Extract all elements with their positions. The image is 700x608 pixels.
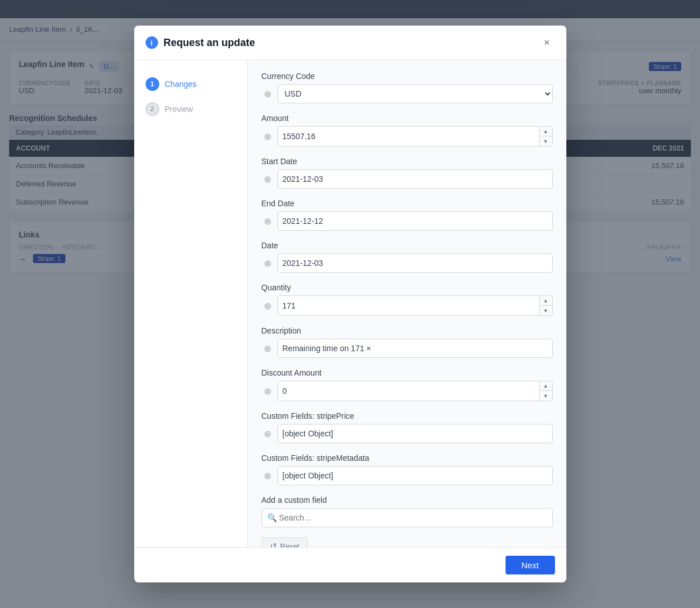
custom-stripe-price-input[interactable] [277, 424, 553, 443]
custom-stripe-metadata-clear-button[interactable]: ⊗ [262, 469, 274, 482]
date-row: ⊗ [262, 253, 553, 273]
modal-title: Request an update [164, 37, 539, 49]
end-date-row: ⊗ [262, 211, 553, 231]
currency-code-label: Currency Code [262, 72, 553, 81]
end-date-clear-button[interactable]: ⊗ [262, 215, 274, 227]
step-1-label: Changes [165, 80, 197, 89]
end-date-input[interactable] [277, 211, 553, 231]
modal-overlay: i Request an update × 1 Changes 2 Pr [0, 0, 700, 608]
start-date-label: Start Date [262, 157, 553, 166]
add-custom-field-group: Add a custom field 🔍 [262, 495, 553, 527]
modal-close-button[interactable]: × [539, 35, 555, 51]
description-row: ⊗ [262, 339, 553, 358]
date-clear-button[interactable]: ⊗ [262, 257, 274, 269]
amount-input[interactable] [278, 127, 539, 146]
currency-code-row: ⊗ USD EUR GBP [262, 84, 553, 103]
amount-spinner-wrapper: ▲ ▼ [277, 126, 553, 147]
amount-field: Amount ⊗ ▲ ▼ [262, 114, 553, 147]
reset-icon: ↺ [270, 542, 277, 547]
step-2-label: Preview [165, 105, 193, 114]
modal-icon: i [146, 36, 158, 49]
start-date-row: ⊗ [262, 169, 553, 189]
custom-stripe-price-row: ⊗ [262, 424, 553, 443]
date-input[interactable] [277, 253, 553, 273]
modal-footer: Next [134, 547, 566, 582]
search-wrapper: 🔍 [262, 508, 553, 527]
quantity-clear-button[interactable]: ⊗ [262, 299, 274, 312]
quantity-spinner-wrapper: ▲ ▼ [277, 295, 553, 316]
custom-stripe-price-field: Custom Fields: stripePrice ⊗ [262, 411, 553, 443]
start-date-input[interactable] [277, 169, 553, 189]
reset-label: Reset [280, 542, 300, 548]
description-label: Description [262, 326, 553, 335]
custom-stripe-metadata-label: Custom Fields: stripeMetadata [262, 453, 553, 463]
start-date-field: Start Date ⊗ [262, 157, 553, 189]
custom-field-search-input[interactable] [262, 508, 553, 527]
currency-code-select[interactable]: USD EUR GBP [277, 84, 553, 103]
custom-stripe-metadata-field: Custom Fields: stripeMetadata ⊗ [262, 453, 553, 485]
description-input[interactable] [277, 339, 553, 358]
custom-stripe-metadata-input[interactable] [277, 466, 553, 485]
modal: i Request an update × 1 Changes 2 Pr [134, 26, 566, 582]
step-1-changes[interactable]: 1 Changes [134, 72, 247, 97]
modal-header: i Request an update × [134, 26, 566, 60]
discount-amount-field: Discount Amount ⊗ ▲ ▼ [262, 368, 553, 401]
currency-code-select-wrapper: USD EUR GBP [277, 84, 553, 103]
amount-row: ⊗ ▲ ▼ [262, 126, 553, 147]
discount-increment-button[interactable]: ▲ [540, 381, 552, 391]
quantity-row: ⊗ ▲ ▼ [262, 295, 553, 316]
amount-decrement-button[interactable]: ▼ [540, 136, 552, 146]
discount-spinner-wrapper: ▲ ▼ [277, 381, 553, 401]
amount-clear-button[interactable]: ⊗ [262, 130, 274, 143]
description-clear-button[interactable]: ⊗ [262, 342, 274, 355]
step-2-preview[interactable]: 2 Preview [134, 97, 247, 122]
step-2-number: 2 [146, 102, 159, 116]
discount-amount-clear-button[interactable]: ⊗ [262, 385, 274, 397]
discount-spinner-buttons: ▲ ▼ [539, 381, 552, 401]
quantity-decrement-button[interactable]: ▼ [540, 306, 552, 315]
modal-form-content: Currency Code ⊗ USD EUR GBP [248, 60, 566, 547]
end-date-label: End Date [262, 199, 553, 208]
date-field: Date ⊗ [262, 241, 553, 273]
discount-amount-input[interactable] [278, 381, 539, 401]
custom-stripe-price-clear-button[interactable]: ⊗ [262, 427, 274, 440]
description-field: Description ⊗ [262, 326, 553, 358]
currency-code-field: Currency Code ⊗ USD EUR GBP [262, 72, 553, 103]
start-date-clear-button[interactable]: ⊗ [262, 173, 274, 185]
modal-sidebar: 1 Changes 2 Preview [134, 60, 248, 547]
search-icon: 🔍 [267, 513, 277, 522]
quantity-field: Quantity ⊗ ▲ ▼ [262, 283, 553, 316]
next-button[interactable]: Next [506, 556, 555, 574]
amount-label: Amount [262, 114, 553, 123]
discount-amount-row: ⊗ ▲ ▼ [262, 381, 553, 401]
reset-button[interactable]: ↺ Reset [262, 538, 308, 547]
discount-amount-label: Discount Amount [262, 368, 553, 377]
add-custom-field-label: Add a custom field [262, 495, 553, 505]
date-label: Date [262, 241, 553, 250]
custom-stripe-price-label: Custom Fields: stripePrice [262, 411, 553, 420]
quantity-increment-button[interactable]: ▲ [540, 296, 552, 306]
custom-stripe-metadata-row: ⊗ [262, 466, 553, 485]
step-1-number: 1 [146, 77, 159, 91]
quantity-input[interactable] [278, 296, 539, 315]
end-date-field: End Date ⊗ [262, 199, 553, 231]
currency-code-clear-button[interactable]: ⊗ [262, 88, 274, 100]
amount-spinner-buttons: ▲ ▼ [539, 127, 552, 146]
amount-increment-button[interactable]: ▲ [540, 127, 552, 136]
quantity-label: Quantity [262, 283, 553, 292]
quantity-spinner-buttons: ▲ ▼ [539, 296, 552, 315]
modal-body: 1 Changes 2 Preview Currency Code [134, 60, 566, 547]
discount-decrement-button[interactable]: ▼ [540, 391, 552, 401]
